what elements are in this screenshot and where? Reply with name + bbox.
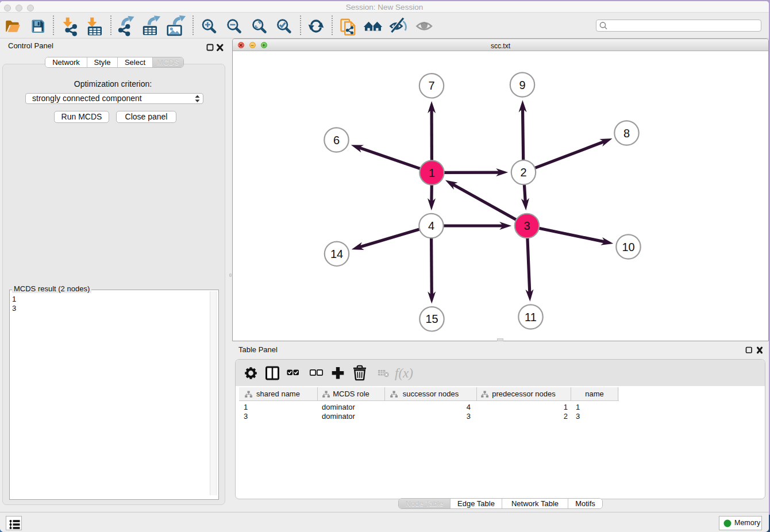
svg-text:14: 14 xyxy=(330,248,343,260)
svg-text:2: 2 xyxy=(520,166,526,179)
svg-text:8: 8 xyxy=(623,127,630,140)
svg-text:10: 10 xyxy=(622,241,634,253)
svg-text:7: 7 xyxy=(428,79,434,92)
svg-text:f(x): f(x) xyxy=(395,366,413,380)
svg-text:9: 9 xyxy=(519,79,525,91)
svg-text:4: 4 xyxy=(428,219,434,232)
svg-text:15: 15 xyxy=(425,313,438,325)
svg-text:11: 11 xyxy=(525,311,537,323)
svg-text:1: 1 xyxy=(429,167,435,179)
svg-text:6: 6 xyxy=(333,134,340,147)
svg-text:3: 3 xyxy=(523,219,530,232)
